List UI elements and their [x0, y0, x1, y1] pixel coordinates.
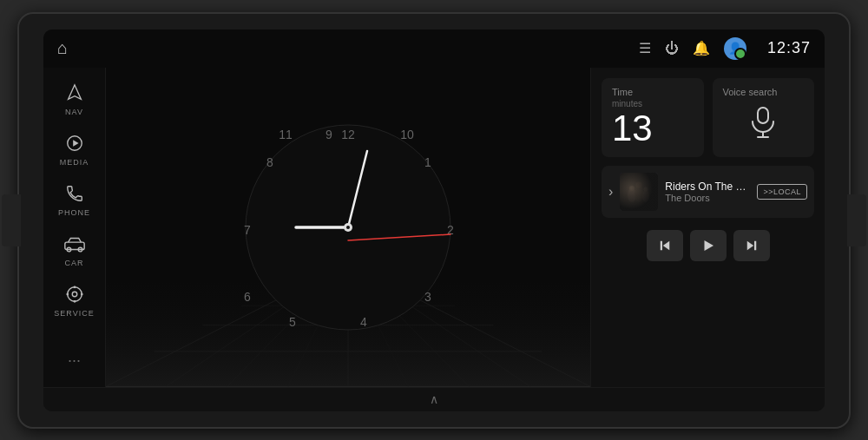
clock-time: 12:37 — [767, 39, 811, 57]
svg-point-45 — [346, 226, 350, 229]
time-widget-label: Time — [612, 87, 694, 97]
svg-rect-46 — [758, 108, 768, 123]
media-icon — [65, 134, 84, 155]
track-info: Riders On The Storm The Doors — [665, 181, 750, 203]
sidebar: NAV MEDIA — [43, 68, 106, 387]
sidebar-item-service[interactable]: SERVICE — [49, 278, 101, 325]
svg-rect-60 — [754, 240, 756, 250]
clock-area: 12 1 2 3 4 5 6 7 8 9 10 11 — [106, 68, 590, 387]
svg-text:10: 10 — [400, 128, 414, 141]
svg-point-55 — [644, 187, 648, 191]
phone-label: PHONE — [58, 208, 90, 217]
svg-marker-58 — [704, 240, 713, 251]
home-button[interactable]: ⌂ — [57, 38, 68, 58]
svg-point-10 — [80, 292, 82, 295]
power-icon[interactable]: ⏻ — [665, 41, 679, 56]
svg-rect-49 — [620, 173, 658, 211]
sidebar-item-car[interactable]: CAR — [49, 227, 101, 274]
svg-point-53 — [629, 186, 635, 191]
svg-point-5 — [72, 292, 77, 297]
more-button[interactable]: ··· — [68, 343, 81, 378]
voice-search-widget[interactable]: Voice search — [713, 78, 815, 157]
main-content: NAV MEDIA — [43, 68, 825, 387]
svg-point-8 — [73, 299, 76, 302]
svg-marker-59 — [746, 240, 753, 250]
media-label: MEDIA — [60, 158, 89, 167]
local-button[interactable]: >>LOCAL — [757, 184, 807, 200]
svg-marker-56 — [662, 240, 669, 250]
chevron-up-icon[interactable]: ∧ — [430, 392, 438, 406]
svg-point-6 — [67, 286, 82, 301]
notification-bell-icon[interactable]: 🔔 — [693, 40, 710, 56]
nav-label: NAV — [65, 108, 83, 116]
expand-button[interactable]: › — [608, 184, 613, 200]
screen: ⌂ ☰ ⏻ 🔔 👤 12:37 — [43, 30, 825, 411]
svg-text:12: 12 — [341, 128, 355, 141]
prev-track-button[interactable] — [647, 230, 683, 261]
playback-controls — [602, 227, 814, 265]
svg-text:5: 5 — [289, 315, 296, 329]
svg-text:4: 4 — [360, 315, 367, 329]
status-bar: ⌂ ☰ ⏻ 🔔 👤 12:37 — [43, 30, 825, 68]
car-display-unit: ⌂ ☰ ⏻ 🔔 👤 12:37 — [17, 12, 851, 429]
sidebar-item-phone[interactable]: PHONE — [49, 177, 101, 224]
svg-point-51 — [635, 185, 643, 202]
svg-point-52 — [642, 190, 649, 202]
right-panel: Time minutes 13 Voice search — [590, 68, 825, 387]
svg-point-7 — [73, 286, 76, 288]
mount-bracket-right — [847, 194, 866, 246]
car-label: CAR — [64, 259, 83, 267]
mount-bracket-left — [2, 194, 21, 246]
svg-point-50 — [628, 188, 636, 202]
service-icon — [65, 285, 84, 306]
next-track-button[interactable] — [733, 230, 770, 261]
phone-icon — [65, 184, 84, 206]
service-label: SERVICE — [54, 309, 94, 318]
status-icons: ☰ ⏻ 🔔 👤 12:37 — [639, 37, 811, 60]
sidebar-item-media[interactable]: MEDIA — [49, 127, 101, 174]
avatar[interactable]: 👤 — [724, 37, 746, 60]
svg-text:7: 7 — [244, 223, 251, 237]
time-widget: Time minutes 13 — [602, 78, 704, 157]
svg-text:9: 9 — [326, 128, 332, 141]
sidebar-item-nav[interactable]: NAV — [49, 76, 101, 123]
nav-icon — [65, 83, 84, 105]
svg-text:1: 1 — [424, 155, 431, 169]
album-art — [620, 173, 658, 211]
car-icon — [63, 234, 86, 256]
svg-point-54 — [636, 181, 642, 187]
time-widget-sublabel: minutes — [612, 99, 694, 108]
svg-rect-57 — [660, 240, 661, 250]
svg-point-9 — [66, 292, 69, 295]
analog-clock: 12 1 2 3 4 5 6 7 8 9 10 11 — [235, 115, 461, 340]
track-title: Riders On The Storm — [665, 181, 750, 193]
play-pause-button[interactable] — [690, 230, 727, 261]
svg-text:8: 8 — [266, 155, 273, 169]
svg-marker-1 — [73, 140, 78, 146]
svg-text:3: 3 — [424, 290, 431, 304]
svg-text:11: 11 — [279, 128, 293, 141]
bottom-bar: ∧ — [43, 387, 825, 411]
widgets-row: Time minutes 13 Voice search — [602, 78, 814, 157]
track-artist: The Doors — [665, 193, 750, 203]
microphone-icon — [723, 106, 805, 146]
time-widget-value: 13 — [612, 108, 694, 148]
voice-search-label: Voice search — [723, 87, 778, 97]
svg-text:6: 6 — [244, 290, 251, 304]
menu-icon[interactable]: ☰ — [639, 40, 651, 56]
album-art-image — [620, 173, 658, 211]
now-playing-row: › — [602, 166, 814, 218]
